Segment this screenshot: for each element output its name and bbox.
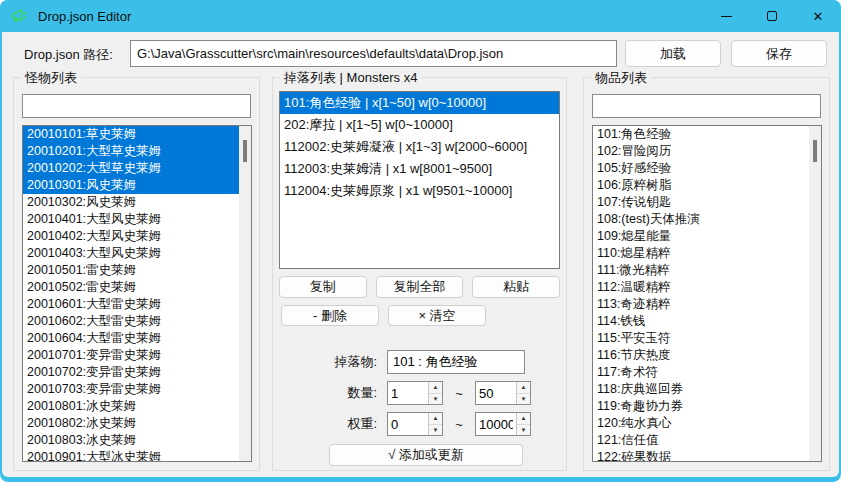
list-item[interactable]: 113:奇迹精粹 <box>593 296 821 313</box>
list-item[interactable]: 20010601:大型雷史莱姆 <box>23 296 251 313</box>
weight-min-stepper[interactable]: ▲ ▼ <box>387 412 443 436</box>
list-item[interactable]: 120:纯水真心 <box>593 415 821 432</box>
item-search-input[interactable] <box>592 94 821 118</box>
item-panel: 物品列表 101:角色经验102:冒险阅历105:好感经验106:原粹树脂107… <box>583 77 830 471</box>
list-item[interactable]: 20010801:冰史莱姆 <box>23 398 251 415</box>
item-scroll-thumb[interactable] <box>813 140 817 162</box>
minimize-button[interactable] <box>703 0 749 32</box>
save-button[interactable]: 保存 <box>731 40 827 67</box>
load-button[interactable]: 加载 <box>625 40 721 67</box>
window-title: Drop.json Editor <box>38 9 131 24</box>
spin-up-icon[interactable]: ▲ <box>429 413 442 425</box>
spin-up-icon[interactable]: ▲ <box>429 382 442 394</box>
list-item[interactable]: 121:信任值 <box>593 432 821 449</box>
list-item[interactable]: 20010701:变异雷史莱姆 <box>23 347 251 364</box>
add-or-update-button[interactable]: √ 添加或更新 <box>329 444 523 466</box>
monster-list-scrollbar[interactable] <box>239 126 251 461</box>
close-button[interactable]: ✕ <box>795 0 841 32</box>
list-item[interactable]: 106:原粹树脂 <box>593 177 821 194</box>
count-min-input[interactable] <box>388 382 428 404</box>
paste-button[interactable]: 粘贴 <box>472 276 560 298</box>
list-item[interactable]: 109:熄星能量 <box>593 228 821 245</box>
maximize-icon <box>767 11 777 21</box>
monster-scroll-thumb[interactable] <box>243 140 247 162</box>
list-item[interactable]: 114:铁钱 <box>593 313 821 330</box>
count-max-input[interactable] <box>476 382 516 404</box>
list-item[interactable]: 108:(test)天体推演 <box>593 211 821 228</box>
list-item[interactable]: 117:奇术符 <box>593 364 821 381</box>
list-item[interactable]: 20010501:雷史莱姆 <box>23 262 251 279</box>
list-item[interactable]: 107:传说钥匙 <box>593 194 821 211</box>
drop-button-row-1: 复制 复制全部 粘贴 <box>279 276 560 298</box>
list-item[interactable]: 102:冒险阅历 <box>593 143 821 160</box>
drop-panel: 掉落列表 | Monsters x4 101:角色经验 | x[1~50] w[… <box>272 77 567 471</box>
spin-up-icon[interactable]: ▲ <box>517 382 530 394</box>
list-item[interactable]: 119:奇趣协力券 <box>593 398 821 415</box>
copy-all-button[interactable]: 复制全部 <box>376 276 464 298</box>
monster-search-input[interactable] <box>22 94 251 118</box>
item-list-scrollbar[interactable] <box>809 126 821 461</box>
list-item[interactable]: 20010901:大型冰史莱姆 <box>23 449 251 462</box>
copy-button[interactable]: 复制 <box>279 276 367 298</box>
count-range-tilde: ~ <box>443 386 475 401</box>
list-item[interactable]: 202:摩拉 | x[1~5] w[0~10000] <box>280 114 559 136</box>
count-label: 数量: <box>301 384 377 402</box>
weight-min-input[interactable] <box>388 413 428 435</box>
drop-item-input[interactable] <box>387 350 525 374</box>
list-item[interactable]: 20010802:冰史莱姆 <box>23 415 251 432</box>
spin-down-icon[interactable]: ▼ <box>429 394 442 405</box>
list-item[interactable]: 111:微光精粹 <box>593 262 821 279</box>
spin-down-icon[interactable]: ▼ <box>429 425 442 436</box>
drop-item-label: 掉落物: <box>301 353 377 371</box>
count-row: 数量: ▲ ▼ ~ ▲ ▼ <box>301 381 556 405</box>
list-item[interactable]: 20010803:冰史莱姆 <box>23 432 251 449</box>
list-item[interactable]: 20010403:大型风史莱姆 <box>23 245 251 262</box>
drop-list[interactable]: 101:角色经验 | x[1~50] w[0~10000]202:摩拉 | x[… <box>279 91 560 269</box>
weight-label: 权重: <box>301 415 377 433</box>
list-item[interactable]: 20010302:风史莱姆 <box>23 194 251 211</box>
weight-max-stepper[interactable]: ▲ ▼ <box>475 412 531 436</box>
drop-panel-title: 掉落列表 | Monsters x4 <box>280 69 421 87</box>
weight-range-tilde: ~ <box>443 417 475 432</box>
app-window: Drop.json Editor ✕ Drop.json 路径: 加载 保存 怪… <box>0 0 841 482</box>
list-item[interactable]: 20010201:大型草史莱姆 <box>23 143 251 160</box>
list-item[interactable]: 20010202:大型草史莱姆 <box>23 160 251 177</box>
titlebar: Drop.json Editor ✕ <box>0 0 841 32</box>
list-item[interactable]: 112:温暖精粹 <box>593 279 821 296</box>
path-input[interactable] <box>130 40 617 67</box>
spin-down-icon[interactable]: ▼ <box>517 394 530 405</box>
list-item[interactable]: 122:碎果数据 <box>593 449 821 462</box>
list-item[interactable]: 20010101:草史莱姆 <box>23 126 251 143</box>
drop-button-row-2: - 删除 × 清空 <box>281 305 486 326</box>
list-item[interactable]: 115:平安玉符 <box>593 330 821 347</box>
weight-row: 权重: ▲ ▼ ~ ▲ ▼ <box>301 412 556 436</box>
list-item[interactable]: 116:节庆热度 <box>593 347 821 364</box>
list-item[interactable]: 118:庆典巡回券 <box>593 381 821 398</box>
list-item[interactable]: 20010402:大型风史莱姆 <box>23 228 251 245</box>
list-item[interactable]: 105:好感经验 <box>593 160 821 177</box>
list-item[interactable]: 110:熄星精粹 <box>593 245 821 262</box>
clear-button[interactable]: × 清空 <box>388 305 486 326</box>
list-item[interactable]: 112002:史莱姆凝液 | x[1~3] w[2000~6000] <box>280 136 559 158</box>
list-item[interactable]: 101:角色经验 | x[1~50] w[0~10000] <box>280 92 559 114</box>
monster-panel: 怪物列表 20010101:草史莱姆20010201:大型草史莱姆2001020… <box>13 77 260 471</box>
weight-max-input[interactable] <box>476 413 516 435</box>
monster-list[interactable]: 20010101:草史莱姆20010201:大型草史莱姆20010202:大型草… <box>22 125 252 462</box>
list-item[interactable]: 101:角色经验 <box>593 126 821 143</box>
delete-button[interactable]: - 删除 <box>281 305 379 326</box>
item-list[interactable]: 101:角色经验102:冒险阅历105:好感经验106:原粹树脂107:传说钥匙… <box>592 125 822 462</box>
count-min-stepper[interactable]: ▲ ▼ <box>387 381 443 405</box>
maximize-button[interactable] <box>749 0 795 32</box>
list-item[interactable]: 20010703:变异雷史莱姆 <box>23 381 251 398</box>
spin-up-icon[interactable]: ▲ <box>517 413 530 425</box>
list-item[interactable]: 20010401:大型风史莱姆 <box>23 211 251 228</box>
list-item[interactable]: 20010702:变异雷史莱姆 <box>23 364 251 381</box>
list-item[interactable]: 20010502:雷史莱姆 <box>23 279 251 296</box>
count-max-stepper[interactable]: ▲ ▼ <box>475 381 531 405</box>
list-item[interactable]: 112004:史莱姆原浆 | x1 w[9501~10000] <box>280 180 559 202</box>
list-item[interactable]: 20010602:大型雷史莱姆 <box>23 313 251 330</box>
spin-down-icon[interactable]: ▼ <box>517 425 530 436</box>
list-item[interactable]: 20010301:风史莱姆 <box>23 177 251 194</box>
list-item[interactable]: 112003:史莱姆清 | x1 w[8001~9500] <box>280 158 559 180</box>
list-item[interactable]: 20010604:大型雷史莱姆 <box>23 330 251 347</box>
